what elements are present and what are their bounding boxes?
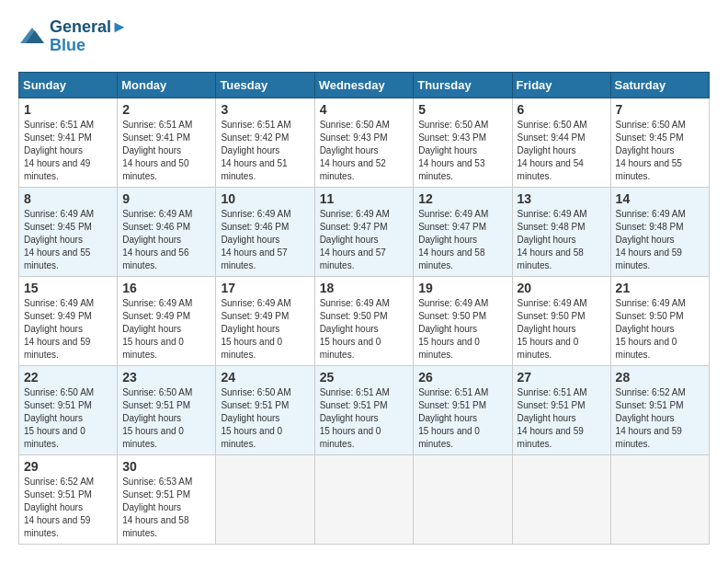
day-info: Sunrise: 6:49 AM Sunset: 9:47 PM Dayligh… (320, 208, 409, 272)
day-info: Sunrise: 6:50 AM Sunset: 9:43 PM Dayligh… (418, 119, 506, 183)
calendar-week-row: 1 Sunrise: 6:51 AM Sunset: 9:41 PM Dayli… (19, 98, 710, 187)
day-info: Sunrise: 6:49 AM Sunset: 9:49 PM Dayligh… (221, 297, 309, 362)
day-number: 10 (221, 191, 309, 206)
logo: General► Blue (18, 18, 128, 55)
day-number: 13 (518, 191, 606, 206)
calendar-day-cell: 4 Sunrise: 6:50 AM Sunset: 9:43 PM Dayli… (314, 98, 414, 187)
weekday-header-cell: Tuesday (216, 72, 314, 98)
calendar-day-cell (314, 454, 414, 544)
day-info: Sunrise: 6:50 AM Sunset: 9:43 PM Dayligh… (320, 119, 409, 183)
day-info: Sunrise: 6:51 AM Sunset: 9:42 PM Dayligh… (221, 119, 309, 183)
day-number: 20 (518, 281, 606, 295)
calendar-week-row: 22 Sunrise: 6:50 AM Sunset: 9:51 PM Dayl… (19, 365, 710, 454)
day-number: 22 (24, 370, 112, 385)
calendar-day-cell: 27 Sunrise: 6:51 AM Sunset: 9:51 PM Dayl… (512, 365, 610, 454)
day-info: Sunrise: 6:50 AM Sunset: 9:51 PM Dayligh… (24, 386, 112, 451)
day-number: 25 (320, 370, 409, 385)
day-number: 23 (122, 370, 210, 385)
day-info: Sunrise: 6:49 AM Sunset: 9:49 PM Dayligh… (24, 297, 112, 362)
day-info: Sunrise: 6:49 AM Sunset: 9:48 PM Dayligh… (518, 208, 606, 272)
day-info: Sunrise: 6:51 AM Sunset: 9:51 PM Dayligh… (518, 386, 606, 451)
weekday-header-cell: Saturday (610, 72, 709, 98)
day-info: Sunrise: 6:50 AM Sunset: 9:51 PM Dayligh… (221, 386, 309, 451)
logo-icon (18, 23, 46, 51)
day-info: Sunrise: 6:50 AM Sunset: 9:45 PM Dayligh… (616, 119, 704, 183)
calendar-day-cell: 12 Sunrise: 6:49 AM Sunset: 9:47 PM Dayl… (414, 187, 512, 276)
weekday-header-cell: Sunday (19, 72, 118, 98)
day-number: 26 (418, 370, 506, 385)
day-number: 11 (320, 191, 409, 206)
calendar-body: 1 Sunrise: 6:51 AM Sunset: 9:41 PM Dayli… (19, 98, 710, 544)
calendar-day-cell: 5 Sunrise: 6:50 AM Sunset: 9:43 PM Dayli… (414, 98, 512, 187)
calendar-day-cell (610, 454, 709, 544)
calendar-day-cell: 1 Sunrise: 6:51 AM Sunset: 9:41 PM Dayli… (19, 98, 118, 187)
day-number: 8 (24, 191, 112, 206)
day-number: 4 (320, 102, 409, 117)
day-info: Sunrise: 6:51 AM Sunset: 9:51 PM Dayligh… (418, 386, 506, 451)
day-info: Sunrise: 6:49 AM Sunset: 9:50 PM Dayligh… (418, 297, 506, 362)
day-info: Sunrise: 6:49 AM Sunset: 9:46 PM Dayligh… (122, 208, 210, 272)
calendar-day-cell: 18 Sunrise: 6:49 AM Sunset: 9:50 PM Dayl… (314, 276, 414, 365)
day-number: 30 (122, 459, 210, 474)
day-number: 12 (418, 191, 506, 206)
calendar-day-cell: 3 Sunrise: 6:51 AM Sunset: 9:42 PM Dayli… (216, 98, 314, 187)
day-number: 3 (221, 102, 309, 117)
calendar-day-cell: 19 Sunrise: 6:49 AM Sunset: 9:50 PM Dayl… (414, 276, 512, 365)
calendar-week-row: 29 Sunrise: 6:52 AM Sunset: 9:51 PM Dayl… (19, 454, 710, 544)
day-info: Sunrise: 6:49 AM Sunset: 9:45 PM Dayligh… (24, 208, 112, 272)
day-info: Sunrise: 6:49 AM Sunset: 9:50 PM Dayligh… (616, 297, 704, 362)
calendar-day-cell: 10 Sunrise: 6:49 AM Sunset: 9:46 PM Dayl… (216, 187, 314, 276)
calendar-day-cell: 8 Sunrise: 6:49 AM Sunset: 9:45 PM Dayli… (19, 187, 118, 276)
day-number: 24 (221, 370, 309, 385)
weekday-header-cell: Thursday (414, 72, 512, 98)
calendar-week-row: 15 Sunrise: 6:49 AM Sunset: 9:49 PM Dayl… (19, 276, 710, 365)
calendar-table: SundayMondayTuesdayWednesdayThursdayFrid… (18, 72, 710, 545)
day-number: 28 (616, 370, 704, 385)
day-info: Sunrise: 6:53 AM Sunset: 9:51 PM Dayligh… (122, 476, 210, 540)
logo-text: General► Blue (50, 18, 128, 55)
day-number: 29 (24, 459, 112, 474)
day-info: Sunrise: 6:49 AM Sunset: 9:49 PM Dayligh… (122, 297, 210, 362)
day-number: 6 (518, 102, 606, 117)
calendar-day-cell: 13 Sunrise: 6:49 AM Sunset: 9:48 PM Dayl… (512, 187, 610, 276)
calendar-day-cell: 30 Sunrise: 6:53 AM Sunset: 9:51 PM Dayl… (118, 454, 216, 544)
calendar-day-cell: 15 Sunrise: 6:49 AM Sunset: 9:49 PM Dayl… (19, 276, 118, 365)
day-number: 9 (122, 191, 210, 206)
calendar-day-cell: 9 Sunrise: 6:49 AM Sunset: 9:46 PM Dayli… (118, 187, 216, 276)
day-number: 19 (418, 281, 506, 295)
day-number: 15 (24, 281, 112, 295)
calendar-day-cell: 6 Sunrise: 6:50 AM Sunset: 9:44 PM Dayli… (512, 98, 610, 187)
calendar-day-cell (414, 454, 512, 544)
day-number: 5 (418, 102, 506, 117)
calendar-day-cell: 11 Sunrise: 6:49 AM Sunset: 9:47 PM Dayl… (314, 187, 414, 276)
day-number: 21 (616, 281, 704, 295)
day-info: Sunrise: 6:52 AM Sunset: 9:51 PM Dayligh… (616, 386, 704, 451)
day-info: Sunrise: 6:49 AM Sunset: 9:48 PM Dayligh… (616, 208, 704, 272)
calendar-day-cell: 23 Sunrise: 6:50 AM Sunset: 9:51 PM Dayl… (118, 365, 216, 454)
day-info: Sunrise: 6:52 AM Sunset: 9:51 PM Dayligh… (24, 476, 112, 540)
day-number: 27 (518, 370, 606, 385)
day-number: 17 (221, 281, 309, 295)
day-info: Sunrise: 6:49 AM Sunset: 9:50 PM Dayligh… (518, 297, 606, 362)
calendar-day-cell (216, 454, 314, 544)
day-info: Sunrise: 6:49 AM Sunset: 9:50 PM Dayligh… (320, 297, 409, 362)
day-info: Sunrise: 6:51 AM Sunset: 9:51 PM Dayligh… (320, 386, 409, 451)
day-number: 2 (122, 102, 210, 117)
weekday-header-cell: Wednesday (314, 72, 414, 98)
day-info: Sunrise: 6:51 AM Sunset: 9:41 PM Dayligh… (122, 119, 210, 183)
calendar-day-cell: 16 Sunrise: 6:49 AM Sunset: 9:49 PM Dayl… (118, 276, 216, 365)
weekday-header-cell: Friday (512, 72, 610, 98)
day-info: Sunrise: 6:49 AM Sunset: 9:46 PM Dayligh… (221, 208, 309, 272)
day-info: Sunrise: 6:50 AM Sunset: 9:51 PM Dayligh… (122, 386, 210, 451)
weekday-header-row: SundayMondayTuesdayWednesdayThursdayFrid… (19, 72, 710, 98)
calendar-day-cell: 7 Sunrise: 6:50 AM Sunset: 9:45 PM Dayli… (610, 98, 709, 187)
calendar-day-cell: 20 Sunrise: 6:49 AM Sunset: 9:50 PM Dayl… (512, 276, 610, 365)
weekday-header-cell: Monday (118, 72, 216, 98)
calendar-day-cell: 14 Sunrise: 6:49 AM Sunset: 9:48 PM Dayl… (610, 187, 709, 276)
calendar-day-cell: 22 Sunrise: 6:50 AM Sunset: 9:51 PM Dayl… (19, 365, 118, 454)
day-number: 1 (24, 102, 112, 117)
day-number: 16 (122, 281, 210, 295)
calendar-day-cell: 21 Sunrise: 6:49 AM Sunset: 9:50 PM Dayl… (610, 276, 709, 365)
calendar-day-cell: 24 Sunrise: 6:50 AM Sunset: 9:51 PM Dayl… (216, 365, 314, 454)
calendar-day-cell: 26 Sunrise: 6:51 AM Sunset: 9:51 PM Dayl… (414, 365, 512, 454)
